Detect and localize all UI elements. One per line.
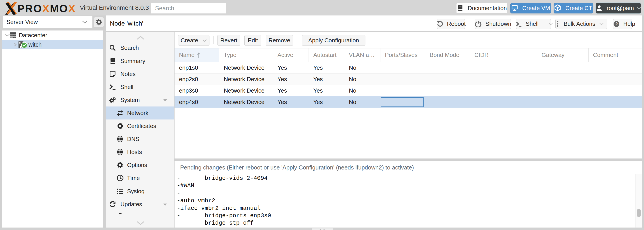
svg-text:?: ? [615, 22, 618, 26]
